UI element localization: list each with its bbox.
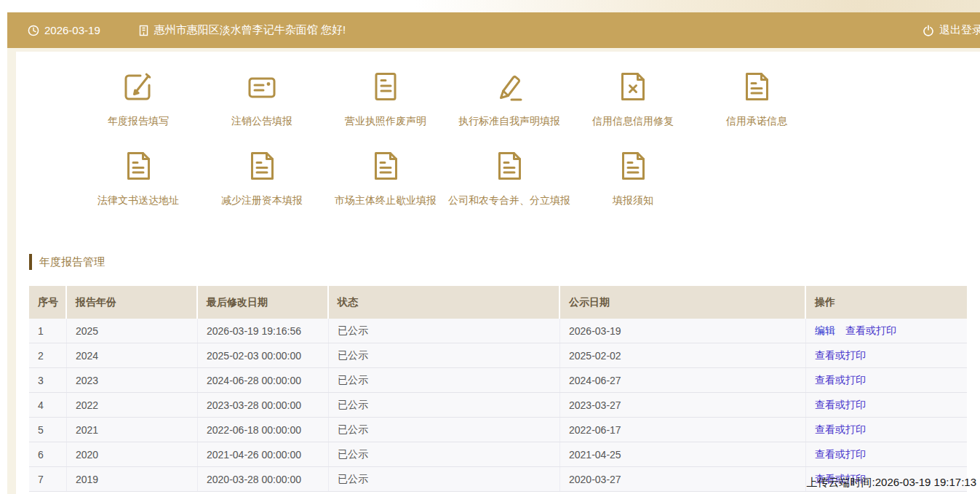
report-year: 2020 [67, 442, 198, 466]
quick-action-edit-square[interactable]: 年度报告填写 [76, 69, 200, 128]
publish-date: 2024-06-27 [560, 368, 806, 392]
operations-cell: 查看或打印 [806, 393, 967, 417]
logout-button[interactable]: 退出登录 [923, 23, 980, 37]
row-number: 7 [29, 467, 67, 491]
column-header: 状态 [329, 286, 560, 319]
pencil-underline-icon [492, 69, 527, 104]
doc-folded-icon [368, 148, 403, 183]
current-date: 2026-03-19 [28, 24, 100, 36]
quick-action-doc-folded[interactable]: 信用承诺信息 [695, 69, 818, 128]
doc-folded-icon [739, 69, 774, 104]
view-or-print-link[interactable]: 查看或打印 [815, 423, 866, 437]
status: 已公示 [329, 368, 560, 392]
report-year: 2025 [67, 319, 198, 343]
quick-action-label: 法律文书送达地址 [97, 194, 179, 207]
power-icon [923, 25, 934, 36]
quick-action-doc-lines[interactable]: 营业执照作废声明 [324, 69, 447, 128]
quick-action-label: 信用承诺信息 [726, 115, 787, 128]
publish-date: 2026-03-19 [560, 319, 806, 343]
edit-link[interactable]: 编辑 [815, 324, 835, 338]
row-number: 4 [29, 393, 67, 417]
doc-folded-icon [492, 148, 527, 183]
status: 已公示 [329, 418, 560, 442]
report-year: 2024 [67, 343, 198, 367]
quick-actions-row-1: 年度报告填写注销公告填报营业执照作废声明执行标准自我声明填报信用信息信用修复信用… [76, 69, 980, 128]
quick-action-doc-folded[interactable]: 市场主体终止歇业填报 [324, 148, 447, 207]
view-or-print-link[interactable]: 查看或打印 [815, 448, 866, 461]
operations-cell: 查看或打印 [806, 442, 967, 466]
row-number: 3 [29, 368, 67, 392]
operations-cell: 编辑查看或打印 [806, 319, 967, 343]
status: 已公示 [329, 319, 560, 343]
column-header: 操作 [806, 286, 967, 319]
last-modified-date: 2024-06-28 00:00:00 [198, 368, 329, 392]
last-modified-date: 2025-02-03 00:00:00 [198, 343, 329, 367]
status: 已公示 [329, 393, 560, 417]
quick-action-label: 年度报告填写 [108, 115, 169, 128]
quick-action-pencil-underline[interactable]: 执行标准自我声明填报 [447, 69, 571, 128]
column-header: 最后修改日期 [198, 286, 329, 319]
section-title: 年度报告管理 [29, 254, 980, 270]
last-modified-date: 2023-03-28 00:00:00 [198, 393, 329, 417]
quick-action-card-note[interactable]: 注销公告填报 [200, 69, 324, 128]
edit-square-icon [121, 69, 156, 104]
doc-folded-icon [616, 148, 650, 183]
quick-action-doc-x[interactable]: 信用信息信用修复 [571, 69, 695, 128]
table-row: 220242025-02-03 00:00:00已公示2025-02-02查看或… [29, 343, 967, 368]
date-text: 2026-03-19 [44, 24, 100, 36]
top-bar: 2026-03-19 惠州市惠阳区淡水曾李记牛杂面馆 您好! 退出登录 [7, 12, 980, 48]
report-year: 2021 [67, 418, 198, 442]
quick-actions-row-2: 法律文书送达地址减少注册资本填报市场主体终止歇业填报公司和农专合并、分立填报填报… [76, 148, 980, 207]
view-or-print-link[interactable]: 查看或打印 [815, 374, 866, 387]
annual-report-section: 年度报告管理 序号报告年份最后修改日期状态公示日期操作 120252026-03… [29, 254, 980, 492]
publish-date: 2022-06-17 [560, 418, 806, 442]
table-body: 120252026-03-19 19:16:56已公示2026-03-19编辑查… [29, 319, 967, 492]
publish-date: 2021-04-25 [560, 442, 806, 466]
logged-in-entity: 惠州市惠阳区淡水曾李记牛杂面馆 您好! [138, 23, 346, 37]
clock-icon [28, 25, 39, 36]
report-year: 2022 [67, 393, 198, 417]
table-row: 320232024-06-28 00:00:00已公示2024-06-27查看或… [29, 368, 967, 393]
publish-date: 2020-03-27 [560, 467, 806, 491]
quick-action-doc-folded[interactable]: 公司和农专合并、分立填报 [447, 148, 571, 207]
quick-action-label: 公司和农专合并、分立填报 [448, 194, 570, 207]
quick-action-doc-folded[interactable]: 法律文书送达地址 [76, 148, 200, 207]
status: 已公示 [329, 467, 560, 491]
row-number: 5 [29, 418, 67, 442]
last-modified-date: 2022-06-18 00:00:00 [198, 418, 329, 442]
column-header: 序号 [29, 286, 67, 319]
table-row: 120252026-03-19 19:16:56已公示2026-03-19编辑查… [29, 319, 967, 343]
view-or-print-link[interactable]: 查看或打印 [845, 324, 896, 338]
doc-lines-icon [368, 69, 403, 104]
quick-action-label: 营业执照作废声明 [345, 115, 426, 128]
table-row: 420222023-03-28 00:00:00已公示2023-03-27查看或… [29, 393, 967, 418]
report-year: 2023 [67, 368, 198, 392]
doc-x-icon [616, 69, 650, 104]
publish-date: 2023-03-27 [560, 393, 806, 417]
row-number: 2 [29, 343, 67, 367]
quick-action-label: 减少注册资本填报 [221, 194, 303, 207]
quick-action-doc-folded[interactable]: 减少注册资本填报 [200, 148, 324, 207]
row-number: 1 [29, 319, 67, 343]
table-row: 620202021-04-26 00:00:00已公示2021-04-25查看或… [29, 442, 967, 467]
annual-report-table: 序号报告年份最后修改日期状态公示日期操作 120252026-03-19 19:… [29, 286, 967, 492]
quick-action-label: 市场主体终止歇业填报 [335, 194, 437, 207]
status: 已公示 [329, 343, 560, 367]
quick-action-label: 执行标准自我声明填报 [458, 115, 560, 128]
view-or-print-link[interactable]: 查看或打印 [815, 399, 866, 412]
operations-cell: 查看或打印 [806, 418, 967, 442]
row-number: 6 [29, 442, 67, 466]
quick-actions-grid: 年度报告填写注销公告填报营业执照作废声明执行标准自我声明填报信用信息信用修复信用… [16, 52, 980, 207]
view-or-print-link[interactable]: 查看或打印 [815, 349, 866, 362]
last-modified-date: 2021-04-26 00:00:00 [198, 442, 329, 466]
column-header: 公示日期 [560, 286, 806, 319]
doc-folded-icon [121, 148, 156, 183]
upload-cloud-timestamp: 上传云端时间:2026-03-19 19:17:13 [807, 476, 976, 490]
quick-action-doc-folded[interactable]: 填报须知 [571, 148, 695, 207]
logout-label: 退出登录 [939, 23, 980, 37]
publish-date: 2025-02-02 [560, 343, 806, 367]
status: 已公示 [329, 442, 560, 466]
last-modified-date: 2026-03-19 19:16:56 [198, 319, 329, 343]
last-modified-date: 2020-03-28 00:00:00 [198, 467, 329, 491]
quick-action-label: 填报须知 [613, 194, 653, 207]
